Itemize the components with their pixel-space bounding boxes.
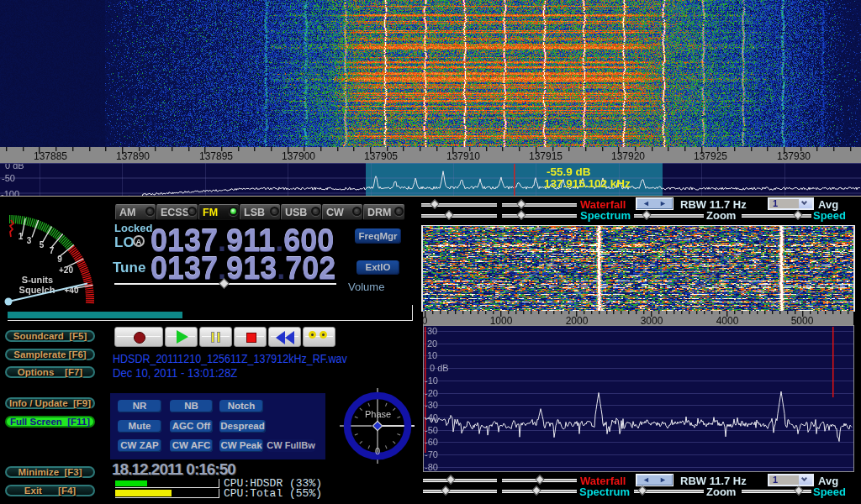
svg-text:9: 9 <box>57 255 62 264</box>
svg-text:+20: +20 <box>59 265 73 275</box>
svg-text:S-units: S-units <box>22 275 53 285</box>
svg-text:5: 5 <box>40 240 45 249</box>
svg-text:Phase: Phase <box>365 409 391 419</box>
svg-text:0: 0 <box>375 446 380 456</box>
svg-text:7: 7 <box>50 246 55 255</box>
svg-text:Squelch: Squelch <box>19 285 55 295</box>
svg-text:1: 1 <box>18 232 24 241</box>
svg-text:3: 3 <box>27 236 32 245</box>
